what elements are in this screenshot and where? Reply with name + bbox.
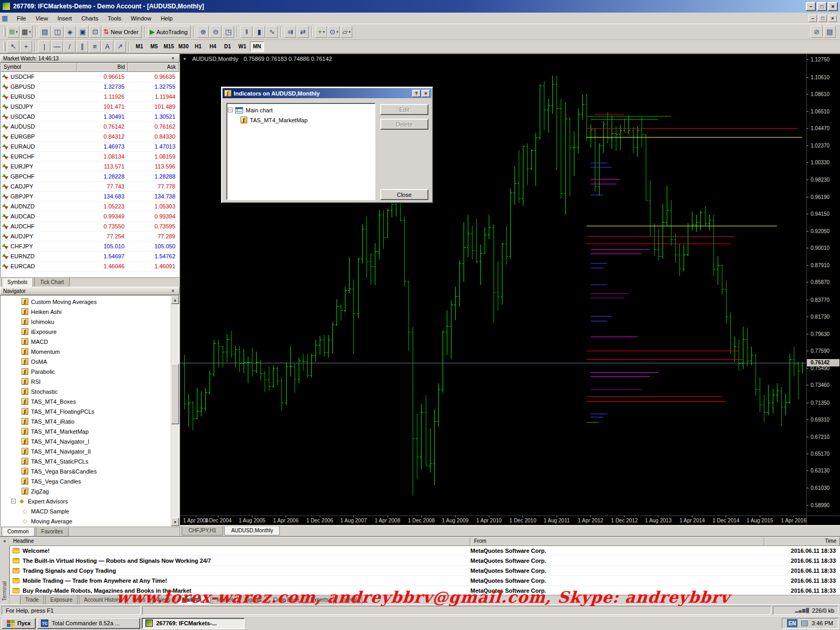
mailbox-row[interactable]: Trading Signals and Copy TradingMetaQuot… <box>10 566 840 576</box>
navigator-item-tas-mt4-navigator-ii[interactable]: ƒTAS_MT4_Navigator_II <box>1 446 179 456</box>
navigator-item-zigzag[interactable]: ƒZigZag <box>1 486 179 496</box>
collapse-icon[interactable]: − <box>11 499 16 503</box>
tab-common[interactable]: Common <box>2 527 35 537</box>
tab-tick-chart[interactable]: Tick Chart <box>34 278 69 287</box>
navigator-item-stochastic[interactable]: ƒStochastic <box>1 386 179 396</box>
tree-node-main-chart[interactable]: − Main chart <box>228 105 374 115</box>
menu-item-insert[interactable]: Insert <box>52 14 77 23</box>
close-button[interactable]: Close <box>380 189 428 200</box>
search-button[interactable]: ⊘ <box>811 26 823 38</box>
market-watch-row-gbpusd[interactable]: GBPUSD1.327351.32755 <box>1 82 179 92</box>
navigator-toggle[interactable]: ◈ <box>64 26 76 38</box>
navigator-scrollbar[interactable]: ▲ ▼ <box>171 296 179 526</box>
navigator-item-macd-sample[interactable]: ◇MACD Sample <box>1 506 179 516</box>
child-close-icon[interactable]: × <box>828 15 837 22</box>
bar-chart-button[interactable]: ‖ <box>240 26 253 38</box>
navigator-item-tas-mt4-boxes[interactable]: ƒTAS_MT4_Boxes <box>1 396 179 406</box>
new-order-button[interactable]: ⇅New Order <box>102 26 142 38</box>
navigator-group-expert-advisors[interactable]: −◆Expert Advisors <box>1 496 179 506</box>
market-watch-row-audjpy[interactable]: AUDJPY77.25477.289 <box>1 232 179 242</box>
market-watch-row-usdcad[interactable]: USDCAD1.304911.30521 <box>1 112 179 122</box>
timeframe-w1[interactable]: W1 <box>235 41 249 52</box>
profiles-button[interactable]: ▦▾ <box>20 26 33 38</box>
navigator-item-ichimoku[interactable]: ƒIchimoku <box>1 317 179 327</box>
expand-arrow-icon[interactable]: ▼ <box>183 57 187 61</box>
close-icon[interactable]: × <box>828 2 838 11</box>
column-header-headline[interactable]: Headline <box>9 537 470 546</box>
trendline-button[interactable]: / <box>64 40 76 52</box>
menu-item-window[interactable]: Window <box>126 14 156 23</box>
navigator-item-tas-mt4-marketmap[interactable]: ƒTAS_MT4_MarketMap <box>1 426 179 436</box>
close-icon[interactable]: × <box>170 288 176 294</box>
restore-icon[interactable]: □ <box>817 2 827 11</box>
timeframe-h1[interactable]: H1 <box>191 41 205 52</box>
terminal-toggle[interactable]: ▣ <box>77 26 89 38</box>
navigator-item-heiken-ashi[interactable]: ƒHeiken Ashi <box>1 307 179 317</box>
periods-button[interactable]: ⊙▾ <box>328 26 340 38</box>
chart-shift-button[interactable]: ⇄ <box>297 26 309 38</box>
menu-item-charts[interactable]: Charts <box>77 14 103 23</box>
indicators-list[interactable]: − Main chart ƒ TAS_MT4_MarketMap <box>226 103 375 200</box>
market-watch-row-eurnzd[interactable]: EURNZD1.546971.54762 <box>1 251 179 261</box>
close-icon[interactable]: × <box>422 90 430 97</box>
mailbox-row[interactable]: Welcome!MetaQuotes Software Corp.2016.06… <box>10 546 840 556</box>
menu-item-view[interactable]: View <box>31 14 53 23</box>
scroll-down-icon[interactable]: ▼ <box>171 518 179 526</box>
close-icon[interactable]: × <box>170 55 176 61</box>
navigator-item-custom-moving-averages[interactable]: ƒCustom Moving Averages <box>1 297 179 307</box>
child-restore-icon[interactable]: □ <box>818 15 827 22</box>
market-watch-row-cadjpy[interactable]: CADJPY77.74377.778 <box>1 182 179 192</box>
market-watch-row-usdchf[interactable]: USDCHF0.966150.96635 <box>1 72 179 82</box>
tab-favorites[interactable]: Favorites <box>36 527 69 537</box>
zoom-out-button[interactable]: ⊖ <box>209 26 222 38</box>
auto-scroll-button[interactable]: ⇉ <box>284 26 296 38</box>
chart-tab-chfjpy-h1[interactable]: CHFJPY,H1 <box>182 526 223 536</box>
strategy-tester-toggle[interactable]: ⊡ <box>89 26 101 38</box>
mailbox-row[interactable]: Mobile Trading — Trade from Anywhere at … <box>10 576 840 586</box>
navigator-item-tas-mt4-iratio[interactable]: ƒTAS_MT4_iRatio <box>1 416 179 426</box>
timeframe-mn[interactable]: MN <box>250 41 264 52</box>
column-header-ask[interactable]: Ask <box>128 63 179 72</box>
market-watch-row-eurjpy[interactable]: EURJPY113.571113.596 <box>1 162 179 172</box>
navigator-item-parabolic[interactable]: ƒParabolic <box>1 366 179 376</box>
navigator-item-tas-mt4-floatingpcls[interactable]: ƒTAS_MT4_FloatingPCLs <box>1 406 179 416</box>
language-indicator[interactable]: EN <box>787 619 797 627</box>
market-watch-row-eurgbp[interactable]: EURGBP0.843120.84330 <box>1 132 179 142</box>
market-watch-row-eurcad[interactable]: EURCAD1.460461.46091 <box>1 261 179 271</box>
fibonacci-button[interactable]: ≡ <box>89 40 101 52</box>
timeframe-m15[interactable]: M15 <box>162 41 176 52</box>
market-watch-row-audnzd[interactable]: AUDNZD1.052231.05303 <box>1 202 179 212</box>
scroll-up-icon[interactable]: ▲ <box>171 296 179 304</box>
templates-button[interactable]: ▱▾ <box>340 26 352 38</box>
chart-area[interactable]: 1.127501.106101.086101.065101.044701.023… <box>180 54 840 525</box>
terminal-tab-exposure[interactable]: Exposure <box>45 595 78 604</box>
tile-windows-button[interactable]: ◳ <box>222 26 234 38</box>
tray-monitor-icon[interactable] <box>801 621 808 626</box>
indicators-button[interactable]: +▾ <box>315 26 327 38</box>
mailbox-row[interactable]: The Built-in Virtual Hosting — Robots an… <box>10 556 840 566</box>
candlestick-chart-button[interactable]: ▮ <box>253 26 265 38</box>
column-header-from[interactable]: From <box>470 537 764 546</box>
close-icon[interactable]: × <box>2 538 8 544</box>
scrollbar-thumb[interactable] <box>171 364 179 424</box>
dialog-titlebar[interactable]: ƒ Indicators on AUDUSD,Monthly ? × <box>223 88 432 98</box>
toolbar-grip[interactable] <box>4 42 5 51</box>
start-button[interactable]: Пуск <box>2 618 36 629</box>
tree-node-marketmap[interactable]: ƒ TAS_MT4_MarketMap <box>228 115 374 125</box>
market-watch-row-audusd[interactable]: AUDUSD0.761420.76162 <box>1 122 179 132</box>
autotrading-button[interactable]: ▶AutoTrading <box>148 26 191 38</box>
market-watch-row-chfjpy[interactable]: CHFJPY105.010105.050 <box>1 242 179 251</box>
collapse-icon[interactable]: − <box>228 108 233 112</box>
taskbar-task-metatrader[interactable]: 267769: IFCMarkets-... <box>142 618 245 629</box>
terminal-tab-trade[interactable]: Trade <box>20 595 44 604</box>
market-watch-row-audcad[interactable]: AUDCAD0.993490.99394 <box>1 212 179 222</box>
navigator-item-momentum[interactable]: ƒMomentum <box>1 346 179 356</box>
data-window-toggle[interactable]: ◫ <box>51 26 64 38</box>
minimize-icon[interactable]: – <box>806 2 816 11</box>
vertical-line-button[interactable]: | <box>38 40 50 52</box>
text-tool-button[interactable]: A <box>101 40 113 52</box>
market-watch-row-eurchf[interactable]: EURCHF1.081341.08159 <box>1 152 179 162</box>
cursor-tool-button[interactable]: ↖ <box>7 40 19 52</box>
column-header-symbol[interactable]: Symbol <box>1 63 77 72</box>
navigator-item-tas-vega-bars-candles[interactable]: ƒTAS_Vega Bars&Candles <box>1 466 179 476</box>
